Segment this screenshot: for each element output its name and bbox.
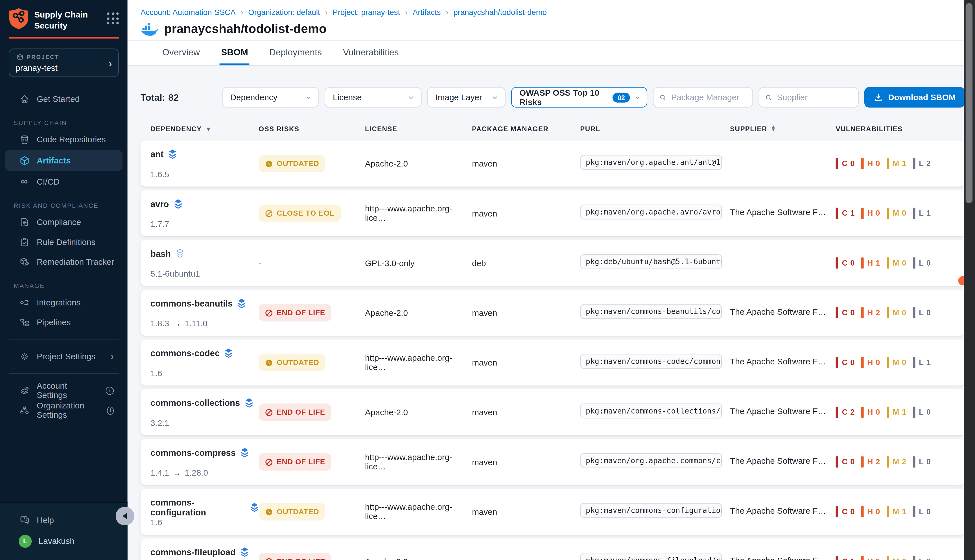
sidebar-item-organization-settings[interactable]: Organization Settings i	[5, 401, 123, 420]
divider	[9, 373, 119, 374]
table-row[interactable]: bash 5.1-6ubuntu1 - GPL-3.0-only deb pkg…	[140, 240, 965, 286]
sidebar-item-cicd[interactable]: ∞ CI/CD	[5, 172, 123, 191]
column-header-supplier[interactable]: SUPPLIER▲▼	[730, 125, 835, 132]
dependency-filter-dropdown[interactable]: Dependency	[222, 87, 319, 108]
chevron-right-icon: ›	[109, 58, 112, 68]
no-entry-icon	[265, 458, 273, 466]
page-title: pranaycshah/todolist-demo	[164, 22, 327, 36]
table-row[interactable]: commons-configuration 1.6 OUTDATED http-…	[140, 488, 965, 535]
breadcrumb-artifact-link[interactable]: pranaycshah/todolist-demo	[453, 8, 547, 17]
supplier-cell: The Apache Software Foun…	[730, 506, 835, 518]
license-cell: Apache-2.0	[365, 159, 472, 168]
sidebar-item-code-repositories[interactable]: Code Repositories	[5, 130, 123, 149]
sidebar-item-label: Help	[37, 515, 54, 525]
sidebar-item-label: Pipelines	[37, 318, 71, 327]
logo: Supply Chain Security	[0, 0, 128, 31]
tab-sbom[interactable]: SBOM	[220, 41, 250, 65]
app-switcher-icon[interactable]	[107, 12, 119, 24]
vulnerabilities-cell: C1 H0 M0 L0	[836, 556, 955, 560]
table-row[interactable]: avro 1.7.7 CLOSE TO EOL http---www.apach…	[140, 190, 965, 236]
breadcrumb-organization-link[interactable]: Organization: default	[248, 8, 320, 17]
sidebar-item-account-settings[interactable]: Account Settings i	[5, 381, 123, 400]
no-entry-icon	[265, 309, 273, 317]
download-sbom-button[interactable]: Download SBOM	[864, 87, 965, 108]
vulnerabilities-cell: C0 H0 M1 L0	[836, 506, 955, 517]
sidebar-item-integrations[interactable]: Integrations	[5, 293, 123, 312]
sidebar-item-get-started[interactable]: Get Started	[5, 90, 123, 108]
license-cell: Apache-2.0	[365, 408, 472, 417]
supplier-cell	[730, 158, 835, 169]
no-entry-icon	[265, 408, 273, 416]
oss-risk-badge: OUTDATED	[258, 503, 325, 520]
layers-icon	[175, 249, 185, 258]
purl-chip[interactable]: pkg:maven/org.apache.commons/com…	[580, 453, 722, 468]
sidebar-item-label: Organization Settings	[37, 401, 100, 420]
tab-vulnerabilities[interactable]: Vulnerabilities	[342, 41, 400, 65]
image-layer-filter-dropdown[interactable]: Image Layer	[427, 87, 506, 108]
layers-icon	[240, 448, 249, 458]
column-header-dependency[interactable]: DEPENDENCY▼	[150, 125, 258, 132]
cube-icon	[15, 53, 24, 62]
infinity-icon: ∞	[18, 176, 30, 187]
table-row[interactable]: ant 1.6.5 OUTDATED Apache-2.0 maven pkg:…	[140, 140, 965, 187]
purl-chip[interactable]: pkg:maven/commons-codec/commons-…	[580, 354, 722, 368]
breadcrumb-artifacts-link[interactable]: Artifacts	[413, 8, 441, 17]
user-menu[interactable]: L Lavakush	[5, 530, 123, 552]
supplier-search[interactable]	[759, 87, 859, 108]
sidebar-section-risk-and-compliance: RISK AND COMPLIANCE	[0, 202, 128, 209]
breadcrumb-project-link[interactable]: Project: pranay-test	[333, 8, 400, 17]
search-icon	[765, 93, 773, 102]
tab-deployments[interactable]: Deployments	[268, 41, 323, 65]
docker-icon	[140, 22, 158, 35]
sidebar-item-label: Remediation Tracker	[37, 257, 114, 267]
breadcrumb-account-link[interactable]: Account: Automation-SSCA	[140, 8, 236, 17]
sidebar-item-help[interactable]: ? Help	[5, 510, 123, 529]
scrollbar-thumb[interactable]	[966, 3, 972, 203]
purl-chip[interactable]: pkg:maven/org.apache.avro/avro@1…	[580, 205, 722, 220]
purl-chip[interactable]: pkg:maven/commons-fileupload/co…	[580, 553, 722, 560]
sidebar-item-compliance[interactable]: Compliance	[5, 213, 123, 232]
total-count: Total:82	[140, 92, 179, 102]
help-chat-icon: ?	[18, 514, 30, 525]
table-header: DEPENDENCY▼ OSS RISKS LICENSE PACKAGE MA…	[140, 125, 965, 132]
purl-chip[interactable]: pkg:deb/ubuntu/bash@5.1-6ubuntu1	[580, 254, 722, 269]
sidebar-collapse-button[interactable]	[116, 507, 134, 525]
purl-chip[interactable]: pkg:maven/commons-configuration/…	[580, 503, 722, 518]
table-row[interactable]: commons-codec 1.6 OUTDATED http---www.ap…	[140, 340, 965, 385]
package-manager-search[interactable]	[653, 87, 753, 108]
purl-chip[interactable]: pkg:maven/org.apache.ant/ant@1.6…	[580, 155, 722, 170]
sidebar-section-manage: MANAGE	[0, 282, 128, 289]
chevron-separator: ›	[446, 7, 448, 17]
package-manager-search-input[interactable]	[671, 93, 747, 102]
upgrade-arrow-icon: →	[173, 468, 181, 478]
vulnerabilities-cell: C1 H0 M0 L1	[836, 208, 955, 219]
sidebar-item-rule-definitions[interactable]: Rule Definitions	[5, 233, 123, 251]
purl-chip[interactable]: pkg:maven/commons-beanutils/comm…	[580, 304, 722, 319]
sidebar-item-pipelines[interactable]: Pipelines	[5, 313, 123, 332]
sidebar-item-label: CI/CD	[37, 177, 60, 186]
sidebar-item-artifacts[interactable]: Artifacts	[5, 150, 123, 171]
sidebar-item-project-settings[interactable]: Project Settings ›	[5, 347, 123, 365]
project-selector[interactable]: PROJECT pranay-test ›	[9, 48, 119, 77]
license-filter-dropdown[interactable]: License	[325, 87, 422, 108]
owasp-filter-dropdown[interactable]: OWASP OSS Top 10 Risks02	[511, 87, 647, 108]
document-search-icon	[18, 217, 30, 228]
supplier-search-input[interactable]	[777, 93, 853, 102]
table-row[interactable]: commons-fileupload END OF LIFE Apache-2.…	[140, 538, 965, 560]
supplier-cell: The Apache Software Foun…	[730, 307, 835, 319]
tab-overview[interactable]: Overview	[161, 41, 201, 65]
home-icon	[18, 93, 30, 105]
sbom-content: Total:82 Dependency License Image Layer …	[128, 87, 975, 560]
purl-chip[interactable]: pkg:maven/commons-collections/co…	[580, 403, 722, 418]
table-row[interactable]: commons-beanutils 1.8.3→1.11.0 END OF LI…	[140, 290, 965, 336]
scrollbar-track[interactable]	[964, 0, 975, 560]
table-row[interactable]: commons-compress 1.4.1→1.28.0 END OF LIF…	[140, 439, 965, 485]
user-name: Lavakush	[39, 536, 75, 546]
sidebar-item-label: Account Settings	[37, 381, 99, 400]
layers-icon	[168, 149, 177, 159]
box-pill-icon	[18, 256, 30, 268]
clock-icon	[265, 508, 273, 516]
sidebar-item-remediation-tracker[interactable]: Remediation Tracker	[5, 253, 123, 271]
table-row[interactable]: commons-collections 3.2.1 END OF LIFE Ap…	[140, 389, 965, 435]
page-header: Account: Automation-SSCA› Organization: …	[128, 0, 975, 41]
